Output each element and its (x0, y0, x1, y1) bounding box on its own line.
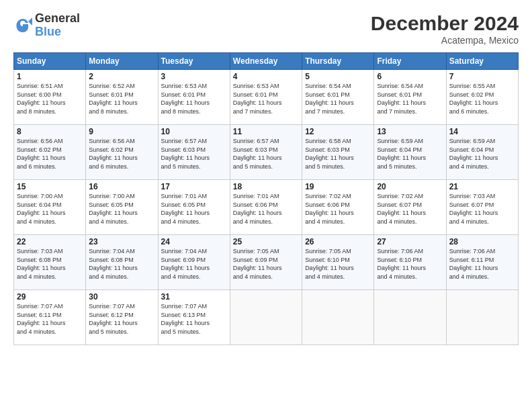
day-number: 16 (89, 182, 154, 191)
day-info: Sunrise: 7:03 AMSunset: 6:07 PMDaylight:… (449, 192, 515, 226)
day-info: Sunrise: 6:58 AMSunset: 6:03 PMDaylight:… (305, 137, 371, 171)
table-row: 30Sunrise: 7:07 AMSunset: 6:12 PMDayligh… (86, 290, 158, 345)
table-row (230, 290, 302, 345)
day-number: 13 (377, 127, 443, 136)
table-row (446, 290, 518, 345)
table-row: 19Sunrise: 7:02 AMSunset: 6:06 PMDayligh… (302, 180, 374, 235)
day-number: 26 (305, 237, 371, 246)
day-info: Sunrise: 7:04 AMSunset: 6:08 PMDaylight:… (89, 247, 154, 281)
table-row: 20Sunrise: 7:02 AMSunset: 6:07 PMDayligh… (374, 180, 446, 235)
day-info: Sunrise: 7:02 AMSunset: 6:06 PMDaylight:… (305, 192, 371, 226)
table-row: 12Sunrise: 6:58 AMSunset: 6:03 PMDayligh… (302, 125, 374, 180)
day-number: 19 (305, 182, 371, 191)
table-row: 27Sunrise: 7:06 AMSunset: 6:10 PMDayligh… (374, 235, 446, 290)
logo-general-text: General (35, 12, 80, 26)
calendar-table: Sunday Monday Tuesday Wednesday Thursday… (13, 52, 519, 345)
day-number: 6 (377, 72, 443, 81)
logo-blue-text: Blue (35, 26, 80, 39)
day-number: 11 (233, 127, 299, 136)
table-row: 24Sunrise: 7:04 AMSunset: 6:09 PMDayligh… (158, 235, 230, 290)
day-info: Sunrise: 7:02 AMSunset: 6:07 PMDaylight:… (377, 192, 443, 226)
week-row-1: 1Sunrise: 6:51 AMSunset: 6:00 PMDaylight… (14, 70, 519, 125)
table-row: 2Sunrise: 6:52 AMSunset: 6:01 PMDaylight… (86, 70, 158, 125)
logo-text: General Blue (35, 12, 80, 39)
table-row: 7Sunrise: 6:55 AMSunset: 6:02 PMDaylight… (446, 70, 518, 125)
day-info: Sunrise: 7:07 AMSunset: 6:13 PMDaylight:… (161, 302, 227, 336)
day-info: Sunrise: 6:56 AMSunset: 6:02 PMDaylight:… (89, 137, 154, 171)
day-info: Sunrise: 7:01 AMSunset: 6:06 PMDaylight:… (233, 192, 299, 226)
week-row-5: 29Sunrise: 7:07 AMSunset: 6:11 PMDayligh… (14, 290, 519, 345)
day-info: Sunrise: 6:57 AMSunset: 6:03 PMDaylight:… (161, 137, 227, 171)
day-number: 18 (233, 182, 299, 191)
location: Acatempa, Mexico (371, 35, 519, 46)
logo: General Blue (13, 12, 80, 39)
day-number: 9 (89, 127, 154, 136)
table-row: 4Sunrise: 6:53 AMSunset: 6:01 PMDaylight… (230, 70, 302, 125)
logo-icon (13, 16, 32, 35)
day-number: 5 (305, 72, 371, 81)
day-number: 20 (377, 182, 443, 191)
col-sunday: Sunday (14, 53, 86, 70)
day-info: Sunrise: 6:52 AMSunset: 6:01 PMDaylight:… (89, 82, 154, 116)
table-row: 9Sunrise: 6:56 AMSunset: 6:02 PMDaylight… (86, 125, 158, 180)
month-title: December 2024 (371, 12, 519, 35)
table-row: 5Sunrise: 6:54 AMSunset: 6:01 PMDaylight… (302, 70, 374, 125)
week-row-3: 15Sunrise: 7:00 AMSunset: 6:04 PMDayligh… (14, 180, 519, 235)
day-number: 22 (17, 237, 83, 246)
col-wednesday: Wednesday (230, 53, 302, 70)
table-row: 10Sunrise: 6:57 AMSunset: 6:03 PMDayligh… (158, 125, 230, 180)
day-number: 1 (17, 72, 83, 81)
day-number: 30 (89, 292, 154, 302)
day-info: Sunrise: 7:06 AMSunset: 6:10 PMDaylight:… (377, 247, 443, 281)
table-row: 18Sunrise: 7:01 AMSunset: 6:06 PMDayligh… (230, 180, 302, 235)
table-row: 15Sunrise: 7:00 AMSunset: 6:04 PMDayligh… (14, 180, 86, 235)
day-number: 24 (161, 237, 227, 246)
day-info: Sunrise: 7:04 AMSunset: 6:09 PMDaylight:… (161, 247, 227, 281)
day-number: 10 (161, 127, 227, 136)
day-number: 29 (17, 292, 83, 302)
header: General Blue December 2024 Acatempa, Mex… (13, 12, 519, 46)
day-number: 28 (449, 237, 515, 246)
table-row (374, 290, 446, 345)
table-row: 25Sunrise: 7:05 AMSunset: 6:09 PMDayligh… (230, 235, 302, 290)
day-number: 15 (17, 182, 83, 191)
day-number: 27 (377, 237, 443, 246)
day-info: Sunrise: 6:57 AMSunset: 6:03 PMDaylight:… (233, 137, 299, 171)
table-row: 31Sunrise: 7:07 AMSunset: 6:13 PMDayligh… (158, 290, 230, 345)
table-row: 3Sunrise: 6:53 AMSunset: 6:01 PMDaylight… (158, 70, 230, 125)
title-block: December 2024 Acatempa, Mexico (371, 12, 519, 46)
day-info: Sunrise: 6:53 AMSunset: 6:01 PMDaylight:… (233, 82, 299, 116)
table-row: 29Sunrise: 7:07 AMSunset: 6:11 PMDayligh… (14, 290, 86, 345)
day-info: Sunrise: 7:05 AMSunset: 6:10 PMDaylight:… (305, 247, 371, 281)
table-row: 23Sunrise: 7:04 AMSunset: 6:08 PMDayligh… (86, 235, 158, 290)
table-row: 11Sunrise: 6:57 AMSunset: 6:03 PMDayligh… (230, 125, 302, 180)
col-tuesday: Tuesday (158, 53, 230, 70)
day-number: 23 (89, 237, 154, 246)
table-row: 22Sunrise: 7:03 AMSunset: 6:08 PMDayligh… (14, 235, 86, 290)
day-number: 2 (89, 72, 154, 81)
table-row: 28Sunrise: 7:06 AMSunset: 6:11 PMDayligh… (446, 235, 518, 290)
day-info: Sunrise: 6:56 AMSunset: 6:02 PMDaylight:… (17, 137, 83, 171)
day-info: Sunrise: 6:55 AMSunset: 6:02 PMDaylight:… (449, 82, 515, 116)
table-row: 14Sunrise: 6:59 AMSunset: 6:04 PMDayligh… (446, 125, 518, 180)
day-number: 17 (161, 182, 227, 191)
day-info: Sunrise: 7:01 AMSunset: 6:05 PMDaylight:… (161, 192, 227, 226)
day-info: Sunrise: 7:00 AMSunset: 6:04 PMDaylight:… (17, 192, 83, 226)
day-info: Sunrise: 7:00 AMSunset: 6:05 PMDaylight:… (89, 192, 154, 226)
col-thursday: Thursday (302, 53, 374, 70)
week-row-4: 22Sunrise: 7:03 AMSunset: 6:08 PMDayligh… (14, 235, 519, 290)
table-row: 16Sunrise: 7:00 AMSunset: 6:05 PMDayligh… (86, 180, 158, 235)
table-row: 26Sunrise: 7:05 AMSunset: 6:10 PMDayligh… (302, 235, 374, 290)
day-info: Sunrise: 7:06 AMSunset: 6:11 PMDaylight:… (449, 247, 515, 281)
day-number: 21 (449, 182, 515, 191)
day-info: Sunrise: 7:03 AMSunset: 6:08 PMDaylight:… (17, 247, 83, 281)
day-info: Sunrise: 7:07 AMSunset: 6:11 PMDaylight:… (17, 302, 83, 336)
page: General Blue December 2024 Acatempa, Mex… (0, 0, 532, 411)
day-info: Sunrise: 7:05 AMSunset: 6:09 PMDaylight:… (233, 247, 299, 281)
col-saturday: Saturday (446, 53, 518, 70)
day-number: 8 (17, 127, 83, 136)
table-row: 17Sunrise: 7:01 AMSunset: 6:05 PMDayligh… (158, 180, 230, 235)
table-row: 13Sunrise: 6:59 AMSunset: 6:04 PMDayligh… (374, 125, 446, 180)
col-friday: Friday (374, 53, 446, 70)
table-row: 21Sunrise: 7:03 AMSunset: 6:07 PMDayligh… (446, 180, 518, 235)
